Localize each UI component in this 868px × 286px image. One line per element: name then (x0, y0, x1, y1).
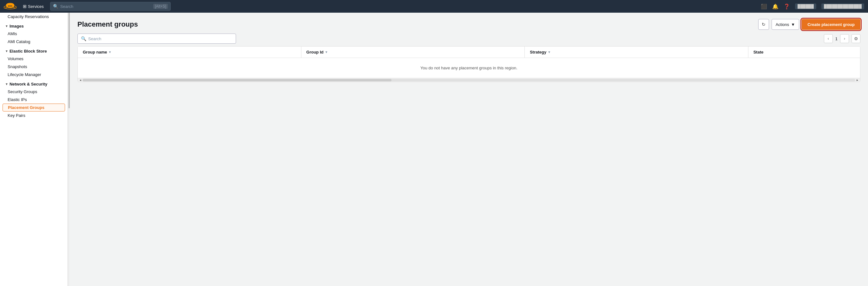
scroll-right-arrow[interactable]: ▸ (855, 78, 860, 82)
chevron-down-icon: ▼ (5, 24, 8, 28)
sidebar-item-security-groups[interactable]: Security Groups (0, 88, 68, 96)
table-header: Group name ▼ Group Id ▼ Strategy ▼ State (78, 46, 860, 58)
page-title: Placement groups (78, 20, 138, 29)
help-icon[interactable]: ❓ (784, 3, 790, 9)
table-search-bar[interactable]: 🔍 (78, 34, 236, 44)
sidebar-item-key-pairs[interactable]: Key Pairs (0, 111, 68, 119)
services-menu[interactable]: ⊞ Services (20, 3, 46, 10)
create-label: Create placement group (807, 22, 855, 27)
sidebar-item-volumes[interactable]: Volumes (0, 55, 68, 63)
user-menu[interactable]: ██████ (795, 3, 816, 9)
actions-label: Actions (776, 22, 789, 27)
col-group-name: Group name ▼ (78, 46, 301, 58)
sidebar-item-lifecycle-manager[interactable]: Lifecycle Manager (0, 71, 68, 78)
search-icon: 🔍 (81, 36, 86, 41)
sidebar-item-elastic-ips[interactable]: Elastic IPs (0, 96, 68, 104)
sidebar-item-ami-catalog[interactable]: AMI Catalog (0, 38, 68, 46)
sidebar-scrollbar (68, 13, 70, 286)
sort-icon-group-id[interactable]: ▼ (325, 50, 328, 54)
chevron-down-icon: ▼ (5, 82, 8, 86)
grid-icon: ⊞ (23, 4, 27, 9)
global-search-input[interactable] (60, 4, 153, 9)
sidebar-section-network-security[interactable]: ▼ Network & Security (0, 78, 68, 88)
refresh-icon: ↻ (762, 22, 766, 27)
create-placement-group-button[interactable]: Create placement group (802, 19, 860, 30)
page-header: Placement groups ↻ Actions ▼ Create plac… (78, 19, 860, 30)
col-strategy: Strategy ▼ (525, 46, 748, 58)
chevron-down-icon: ▼ (791, 22, 795, 27)
next-page-button[interactable]: › (840, 34, 849, 43)
sidebar-scrollbar-thumb (68, 13, 70, 108)
scrollbar-thumb (83, 79, 392, 81)
table-scrollbar[interactable]: ◂ ▸ (78, 78, 860, 82)
nav-icons: ⬛ 🔔 ❓ ██████ ██████████████ (761, 3, 864, 9)
scrollbar-track (83, 79, 855, 81)
sidebar-item-amis[interactable]: AMIs (0, 30, 68, 38)
page-number: 1 (835, 36, 838, 41)
chevron-down-icon: ▼ (5, 49, 8, 53)
sort-icon-group-name[interactable]: ▼ (108, 50, 112, 54)
table-toolbar: 🔍 ‹ 1 › ⚙ (78, 34, 860, 44)
actions-button[interactable]: Actions ▼ (772, 19, 800, 30)
col-state: State (748, 46, 860, 58)
sidebar-item-capacity-reservations[interactable]: Capacity Reservations (0, 13, 68, 21)
sidebar: Capacity Reservations ▼ Images AMIs AMI … (0, 13, 68, 286)
svg-text:aws: aws (8, 4, 12, 7)
table-search-input[interactable] (88, 36, 232, 41)
refresh-button[interactable]: ↻ (758, 19, 769, 30)
services-label: Services (28, 4, 44, 9)
sidebar-section-elastic-block-store[interactable]: ▼ Elastic Block Store (0, 46, 68, 55)
pagination-controls: ‹ 1 › ⚙ (824, 34, 860, 43)
aws-logo[interactable]: aws (4, 3, 17, 10)
sidebar-section-images[interactable]: ▼ Images (0, 21, 68, 30)
scroll-left-arrow[interactable]: ◂ (79, 78, 83, 82)
global-search-bar[interactable]: 🔍 [Alt+S] (50, 2, 171, 11)
main-layout: Capacity Reservations ▼ Images AMIs AMI … (0, 13, 868, 286)
table-empty-message: You do not have any placement groups in … (78, 58, 860, 78)
header-actions: ↻ Actions ▼ Create placement group (758, 19, 860, 30)
search-icon: 🔍 (53, 4, 58, 9)
content-area: Placement groups ↻ Actions ▼ Create plac… (70, 13, 868, 286)
sidebar-item-placement-groups[interactable]: Placement Groups (3, 104, 65, 111)
data-table: Group name ▼ Group Id ▼ Strategy ▼ State… (78, 46, 860, 82)
bell-icon[interactable]: 🔔 (772, 3, 778, 9)
sidebar-item-snapshots[interactable]: Snapshots (0, 63, 68, 71)
search-shortcut: [Alt+S] (153, 4, 168, 9)
region-menu[interactable]: ██████████████ (822, 3, 864, 9)
prev-page-button[interactable]: ‹ (824, 34, 833, 43)
col-group-id: Group Id ▼ (301, 46, 525, 58)
topnav: aws ⊞ Services 🔍 [Alt+S] ⬛ 🔔 ❓ ██████ ██… (0, 0, 868, 13)
terminal-icon[interactable]: ⬛ (761, 3, 767, 9)
table-settings-button[interactable]: ⚙ (851, 34, 860, 43)
sort-icon-strategy[interactable]: ▼ (548, 50, 551, 54)
